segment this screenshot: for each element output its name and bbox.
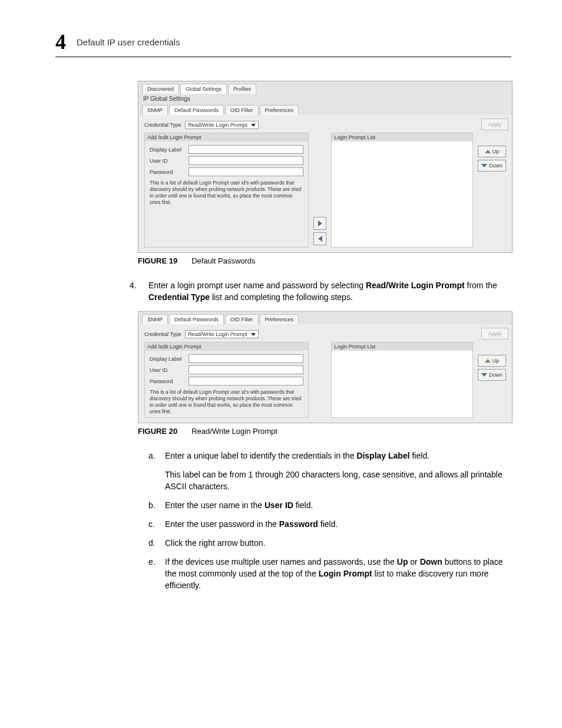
step-4-number: 4. bbox=[130, 279, 148, 303]
help-text-2: This is a list of default Login Prompt u… bbox=[150, 389, 303, 415]
substep-d: d. Click the right arrow button. bbox=[148, 537, 511, 549]
user-id-label-2: User ID bbox=[150, 367, 185, 373]
substep-c-t2: field. bbox=[318, 519, 338, 529]
substep-e-b3: Login Prompt bbox=[319, 569, 372, 578]
user-id-input-2[interactable] bbox=[189, 365, 303, 374]
login-prompt-list-header: Login Prompt List bbox=[331, 133, 473, 141]
chevron-down-icon-2 bbox=[481, 373, 487, 377]
substep-e-b1: Up bbox=[397, 557, 408, 566]
inner-tab-row-2: SNMP Default Passwords OID Filter Prefer… bbox=[138, 312, 512, 324]
substep-e-letter: e. bbox=[148, 556, 165, 591]
tab-oid-filter-2[interactable]: OID Filter bbox=[225, 314, 259, 324]
inner-tab-row: SNMP Default Passwords OID Filter Prefer… bbox=[138, 104, 512, 115]
substep-a-t2: field. bbox=[410, 451, 429, 460]
password-label: Password bbox=[150, 169, 185, 175]
substep-b-letter: b. bbox=[148, 499, 165, 511]
tab-default-passwords-2[interactable]: Default Passwords bbox=[169, 314, 224, 324]
substep-b-b1: User ID bbox=[265, 500, 293, 510]
tab-snmp-2[interactable]: SNMP bbox=[142, 314, 168, 324]
figure-20-title: Read/Write Login Prompt bbox=[191, 427, 277, 436]
password-input-2[interactable] bbox=[189, 377, 303, 386]
step-4-bold-2: Credential Type bbox=[148, 292, 210, 302]
step-4-text-a: Enter a login prompt user name and passw… bbox=[148, 281, 366, 290]
substep-d-letter: d. bbox=[148, 537, 165, 549]
up-button-2[interactable]: Up bbox=[478, 355, 506, 367]
display-label-input-2[interactable] bbox=[189, 354, 303, 363]
move-right-button[interactable] bbox=[313, 217, 326, 230]
chevron-up-icon bbox=[485, 150, 491, 153]
substep-c-t1: Enter the user password in the bbox=[165, 519, 279, 529]
apply-button-2[interactable]: Apply bbox=[481, 328, 508, 340]
down-label-2: Down bbox=[489, 372, 503, 378]
down-label: Down bbox=[489, 163, 503, 169]
substep-a-letter: a. bbox=[148, 450, 165, 462]
step-4-text-b: from the bbox=[465, 281, 497, 290]
substep-a-t1: Enter a unique label to identify the cre… bbox=[165, 451, 356, 460]
credential-type-dropdown[interactable]: Read/Write Login Prompt bbox=[185, 121, 259, 129]
login-prompt-list-2[interactable] bbox=[331, 351, 473, 418]
ip-global-settings-label: IP Global Settings bbox=[138, 94, 512, 104]
figure-19-screenshot: Discovered Global Settings Profiles IP G… bbox=[138, 81, 513, 253]
login-prompt-list[interactable] bbox=[331, 141, 473, 248]
substep-d-t1: Click the right arrow button. bbox=[165, 538, 265, 548]
add-edit-login-prompt-header-2: Add /edit Login Prompt bbox=[144, 342, 309, 351]
figure-19-number: FIGURE 19 bbox=[138, 256, 177, 265]
move-left-button[interactable] bbox=[313, 232, 326, 245]
step-4: 4. Enter a login prompt user name and pa… bbox=[130, 279, 511, 303]
tab-preferences-2[interactable]: Preferences bbox=[260, 314, 299, 324]
up-button[interactable]: Up bbox=[478, 146, 506, 157]
figure-20-caption: FIGURE 20Read/Write Login Prompt bbox=[138, 427, 511, 436]
password-input[interactable] bbox=[189, 167, 303, 176]
credential-type-label: Credential Type bbox=[144, 122, 181, 128]
tab-discovered[interactable]: Discovered bbox=[142, 84, 179, 94]
chevron-left-icon bbox=[318, 236, 322, 242]
tab-oid-filter[interactable]: OID Filter bbox=[225, 105, 259, 115]
tab-default-passwords[interactable]: Default Passwords bbox=[169, 105, 224, 115]
chevron-up-icon-2 bbox=[485, 359, 491, 363]
display-label-label: Display Label bbox=[150, 147, 185, 153]
tab-preferences[interactable]: Preferences bbox=[260, 105, 299, 115]
page-title: Default IP user credentials bbox=[77, 37, 180, 47]
user-id-label: User ID bbox=[150, 158, 185, 164]
user-id-input[interactable] bbox=[189, 156, 303, 165]
tab-profiles[interactable]: Profiles bbox=[228, 84, 256, 94]
login-prompt-list-header-2: Login Prompt List bbox=[331, 342, 473, 351]
figure-20-number: FIGURE 20 bbox=[138, 427, 177, 436]
display-label-input[interactable] bbox=[189, 145, 303, 154]
figure-19-title: Default Passwords bbox=[191, 256, 255, 265]
up-label: Up bbox=[492, 149, 500, 154]
chapter-number: 4 bbox=[55, 29, 66, 54]
substep-c-letter: c. bbox=[148, 518, 165, 530]
substep-a-b1: Display Label bbox=[356, 451, 409, 460]
tab-global-settings[interactable]: Global Settings bbox=[180, 84, 227, 94]
substep-a: a. Enter a unique label to identify the … bbox=[148, 450, 511, 462]
display-label-label-2: Display Label bbox=[150, 356, 185, 362]
outer-tab-row: Discovered Global Settings Profiles bbox=[138, 81, 512, 94]
substep-e-t1: If the devices use multiple user names a… bbox=[165, 557, 397, 566]
substep-c: c. Enter the user password in the Passwo… bbox=[148, 518, 511, 530]
step-4-text-c: list and completing the following steps. bbox=[210, 292, 353, 302]
down-button[interactable]: Down bbox=[478, 160, 506, 172]
figure-19-caption: FIGURE 19Default Passwords bbox=[138, 256, 511, 265]
figure-20-screenshot: SNMP Default Passwords OID Filter Prefer… bbox=[138, 311, 513, 423]
password-label-2: Password bbox=[150, 378, 185, 384]
down-button-2[interactable]: Down bbox=[478, 369, 506, 381]
tab-snmp[interactable]: SNMP bbox=[142, 105, 168, 115]
substep-b: b. Enter the user name in the User ID fi… bbox=[148, 499, 511, 511]
chevron-down-icon bbox=[481, 164, 487, 167]
step-4-bold-1: Read/Write Login Prompt bbox=[366, 281, 465, 290]
substep-b-t2: field. bbox=[293, 500, 313, 510]
substep-c-b1: Password bbox=[279, 519, 318, 529]
transfer-arrows bbox=[313, 133, 326, 248]
substep-e: e. If the devices use multiple user name… bbox=[148, 556, 511, 591]
up-label-2: Up bbox=[492, 358, 500, 364]
substep-a-followup: This label can be from 1 through 200 cha… bbox=[165, 469, 511, 492]
chevron-right-icon bbox=[318, 220, 322, 226]
credential-type-dropdown-2[interactable]: Read/Write Login Prompt bbox=[185, 330, 259, 338]
apply-button[interactable]: Apply bbox=[481, 118, 508, 130]
help-text: This is a list of default Login Prompt u… bbox=[150, 180, 303, 206]
substep-e-t2: or bbox=[408, 557, 419, 566]
header-rule bbox=[55, 57, 511, 57]
substep-e-b2: Down bbox=[420, 557, 442, 566]
substep-b-t1: Enter the user name in the bbox=[165, 500, 265, 510]
